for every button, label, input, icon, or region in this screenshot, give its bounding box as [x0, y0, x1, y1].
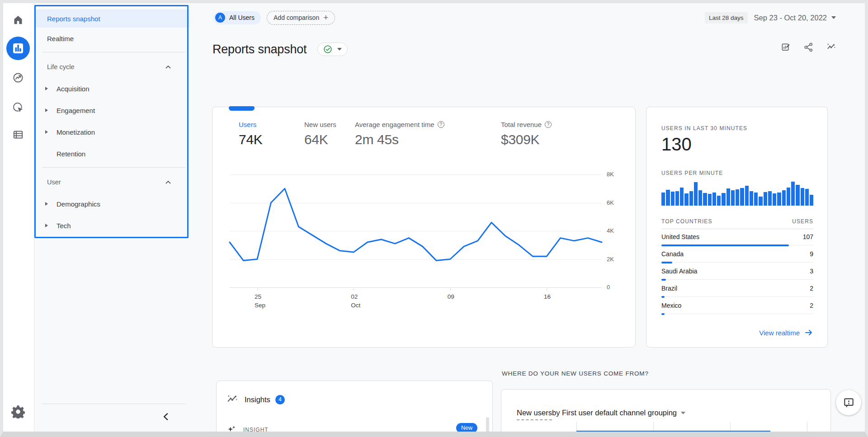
- nav-item-monetization[interactable]: Monetization: [34, 121, 190, 143]
- per-minute-bar: [801, 188, 804, 206]
- gridline: [807, 422, 807, 432]
- nav-item-label: Tech: [57, 222, 71, 230]
- insights-sparkline-icon: [226, 394, 238, 405]
- gridline: [230, 287, 602, 288]
- per-minute-bar: [782, 190, 786, 206]
- share-icon[interactable]: [803, 42, 814, 52]
- top-countries-header: TOP COUNTRIES USERS: [661, 218, 813, 229]
- x-axis-label: 25Sep: [255, 292, 282, 310]
- segment-avatar: A: [215, 13, 225, 23]
- nav-item-retention[interactable]: Retention: [34, 143, 190, 164]
- metric-tab-new-users[interactable]: New users64K: [304, 121, 336, 147]
- advertising-icon[interactable]: [12, 102, 24, 113]
- reports-icon[interactable]: [6, 37, 30, 60]
- users-line-chart[interactable]: 8K6K4K2K025Sep02Oct0916: [230, 174, 602, 287]
- help-icon[interactable]: ?: [545, 121, 552, 128]
- nav-item-label: Demographics: [57, 200, 100, 208]
- icon-rail: [3, 3, 34, 432]
- library-icon[interactable]: [12, 129, 24, 141]
- expand-arrow-icon[interactable]: [45, 202, 48, 206]
- x-axis-label: 02Oct: [351, 292, 378, 310]
- per-minute-bar: [773, 193, 776, 206]
- nav-item-acquisition[interactable]: Acquisition: [34, 78, 190, 99]
- country-row-mexico: Mexico2: [661, 301, 813, 318]
- expand-arrow-icon[interactable]: [45, 224, 48, 227]
- per-minute-bar: [805, 189, 809, 206]
- channel-bar[interactable]: [576, 431, 770, 432]
- report-status-dropdown[interactable]: [317, 42, 348, 56]
- per-minute-bar: [684, 193, 688, 206]
- metric-dropdown[interactable]: New users: [517, 409, 552, 420]
- country-users: 2: [810, 302, 813, 309]
- nav-divider: [42, 52, 185, 52]
- country-bar-fill: [661, 279, 666, 281]
- nav-item-reports-snapshot[interactable]: Reports snapshot: [34, 9, 190, 28]
- all-users-chip[interactable]: A All Users: [213, 11, 261, 24]
- nav-list: Reports snapshotRealtimeLife cycleAcquis…: [34, 3, 190, 236]
- nav-item-label: Monetization: [57, 128, 95, 136]
- customize-report-icon[interactable]: [781, 42, 791, 52]
- all-users-label: All Users: [229, 14, 255, 21]
- metric-tab-average-engagement-time[interactable]: Average engagement time?2m 45s: [355, 121, 444, 147]
- metric-tab-total-revenue[interactable]: Total revenue?$309K: [501, 121, 552, 147]
- y-axis-label: 2K: [607, 256, 625, 263]
- per-minute-bar: [703, 193, 707, 206]
- top-countries-table: United States107Canada9Saudi Arabia3Braz…: [661, 232, 813, 318]
- expand-arrow-icon[interactable]: [45, 87, 48, 90]
- nav-section-life-cycle[interactable]: Life cycle: [34, 56, 190, 78]
- selected-metric-indicator: [229, 106, 255, 111]
- country-name: Brazil: [661, 285, 677, 292]
- insights-icon[interactable]: [826, 42, 836, 52]
- metric-tab-users[interactable]: Users74K: [239, 121, 262, 147]
- scrollbar-thumb[interactable]: [486, 417, 489, 432]
- collapse-nav-icon[interactable]: [161, 412, 171, 422]
- country-bar-fill: [661, 244, 789, 246]
- metric-value: 2m 45s: [355, 132, 444, 147]
- nav-item-label: Reports snapshot: [47, 15, 100, 23]
- country-name: Mexico: [661, 302, 681, 309]
- country-bar-track: [661, 245, 813, 245]
- metric-label: New users: [304, 121, 336, 128]
- settings-gear-icon[interactable]: [11, 405, 25, 418]
- country-users: 2: [810, 285, 813, 292]
- view-realtime-label: View realtime: [759, 329, 800, 337]
- x-tick: [354, 287, 354, 291]
- view-realtime-link[interactable]: View realtime: [759, 328, 813, 337]
- collapse-section-icon[interactable]: [164, 178, 173, 187]
- insights-count-badge[interactable]: 4: [275, 395, 285, 404]
- nav-item-realtime[interactable]: Realtime: [34, 28, 190, 49]
- nav-section-label: User: [47, 179, 61, 186]
- per-minute-bar: [698, 190, 702, 206]
- new-badge: New: [456, 423, 477, 432]
- expand-arrow-icon[interactable]: [45, 108, 48, 112]
- expand-arrow-icon[interactable]: [45, 130, 48, 134]
- dimension-label: by First user default channel grouping: [552, 409, 677, 420]
- per-minute-bar: [777, 193, 781, 206]
- help-icon[interactable]: ?: [438, 121, 444, 128]
- nav-item-tech[interactable]: Tech: [34, 215, 190, 236]
- feedback-button[interactable]: [836, 390, 861, 415]
- date-range-picker[interactable]: Last 28 days Sep 23 - Oct 20, 2022: [705, 12, 836, 23]
- per-minute-bar: [675, 191, 679, 206]
- nav-section-user[interactable]: User: [34, 171, 190, 193]
- per-minute-bar: [754, 193, 758, 206]
- per-minute-bar: [666, 190, 670, 206]
- add-comparison-button[interactable]: Add comparison +: [267, 11, 335, 25]
- y-axis-label: 4K: [607, 227, 625, 234]
- nav-item-engagement[interactable]: Engagement: [34, 99, 190, 121]
- chevron-down-icon: [831, 16, 836, 19]
- per-minute-bar: [712, 193, 716, 206]
- collapse-section-icon[interactable]: [164, 62, 173, 71]
- home-icon[interactable]: [12, 14, 24, 26]
- users-30min-value: 130: [661, 134, 692, 155]
- date-range-value: Sep 23 - Oct 20, 2022: [754, 14, 827, 22]
- country-users: 3: [810, 268, 813, 275]
- insight-row[interactable]: INSIGHT: [226, 425, 269, 432]
- per-minute-bar: [722, 193, 725, 206]
- main-content: A All Users Add comparison + Last 28 day…: [190, 3, 865, 432]
- nav-item-demographics[interactable]: Demographics: [34, 193, 190, 215]
- explore-icon[interactable]: [12, 72, 24, 84]
- date-preset-badge: Last 28 days: [705, 12, 748, 23]
- country-bar-track: [661, 296, 813, 297]
- dimension-selector[interactable]: New users by First user default channel …: [517, 409, 685, 420]
